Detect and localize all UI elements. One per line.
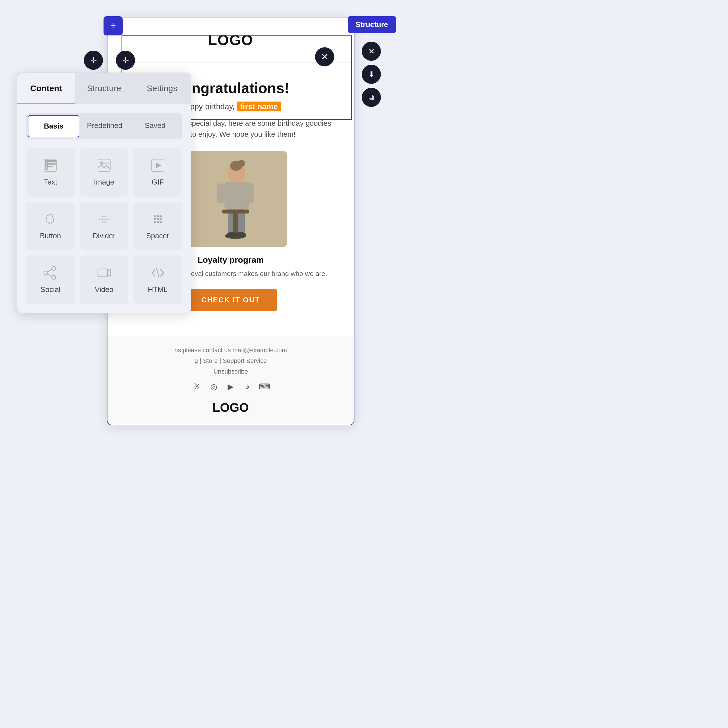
svg-rect-15 [45, 163, 56, 165]
close-icon: ✕ [321, 52, 329, 62]
svg-point-34 [52, 266, 56, 270]
gif-icon [150, 158, 165, 173]
add-section-button[interactable]: + [104, 16, 122, 35]
svg-point-27 [154, 218, 156, 220]
button-label: Button [40, 231, 61, 240]
footer-unsubscribe[interactable]: Unsubscribe [119, 368, 343, 375]
content-item-gif[interactable]: GIF [133, 148, 182, 197]
svg-rect-19 [98, 159, 110, 171]
divider-label: Divider [93, 231, 116, 240]
svg-point-32 [159, 221, 162, 223]
image-icon [97, 158, 112, 173]
svg-rect-38 [98, 269, 107, 277]
copy-icon: ⧉ [369, 93, 374, 102]
move-handle-2[interactable]: ✛ [116, 50, 135, 70]
svg-point-28 [157, 218, 159, 220]
structure-button[interactable]: Structure [348, 16, 396, 33]
divider-icon [97, 212, 112, 226]
video-icon [97, 266, 112, 280]
tab-structure[interactable]: Structure [75, 73, 133, 104]
footer-contact: ns please contact us mail@example.com [119, 347, 343, 354]
svg-point-33 [44, 271, 48, 275]
svg-rect-16 [45, 166, 53, 167]
spacer-icon [150, 212, 165, 226]
sub-tabs: Basis Predefined Saved [26, 113, 182, 139]
close-button[interactable]: ✕ [362, 41, 381, 61]
svg-rect-14 [45, 161, 56, 162]
close-icon: ✕ [368, 47, 375, 56]
content-item-button[interactable]: Button [26, 202, 75, 250]
highlight-name: first name [237, 101, 281, 112]
content-item-video[interactable]: Video [80, 255, 128, 304]
tiktok-icon[interactable]: ♪ [242, 381, 253, 392]
svg-rect-6 [246, 184, 254, 203]
svg-point-26 [159, 215, 162, 217]
download-button[interactable]: ⬇ [362, 65, 381, 84]
panel-tabs: Content Structure Settings [17, 73, 191, 104]
html-icon [150, 266, 165, 280]
text-icon [43, 158, 58, 173]
subtab-basis[interactable]: Basis [28, 115, 80, 137]
image-label: Image [94, 178, 114, 187]
html-label: HTML [148, 285, 168, 294]
svg-point-3 [237, 160, 245, 167]
text-label: Text [44, 178, 57, 187]
svg-rect-9 [222, 210, 249, 214]
button-icon [43, 212, 58, 226]
svg-marker-22 [156, 162, 161, 168]
content-panel: Content Structure Settings Basis Predefi… [17, 73, 191, 314]
footer-logo: LOGO [119, 401, 343, 414]
footer-links: g | Store | Support Service [119, 357, 343, 364]
svg-point-29 [159, 218, 162, 220]
instagram-icon[interactable]: ◎ [208, 381, 219, 392]
content-item-spacer[interactable]: Spacer [133, 202, 182, 250]
email-logo: LOGO [119, 32, 343, 48]
blue-border-right [351, 35, 352, 120]
social-icons-row: 𝕏 ◎ ▶ ♪ ⌨ [119, 381, 343, 392]
plus-icon: + [110, 20, 116, 32]
content-item-image[interactable]: Image [80, 148, 128, 197]
svg-line-37 [48, 274, 52, 276]
subtab-saved[interactable]: Saved [130, 115, 180, 137]
svg-rect-5 [217, 184, 226, 203]
youtube-icon[interactable]: ▶ [225, 381, 236, 392]
svg-point-35 [52, 275, 56, 279]
svg-point-13 [235, 232, 246, 238]
subtab-predefined[interactable]: Predefined [80, 115, 130, 137]
content-grid: Text Image GIF [26, 148, 182, 304]
twitter-icon[interactable]: 𝕏 [191, 381, 202, 392]
social-label: Social [40, 285, 61, 294]
svg-point-20 [100, 162, 104, 165]
panel-body: Basis Predefined Saved Text [17, 104, 191, 313]
email-footer: ns please contact us mail@example.com g … [107, 336, 354, 425]
video-label: Video [95, 285, 113, 294]
svg-line-39 [157, 268, 159, 277]
product-image [174, 151, 287, 247]
tab-settings[interactable]: Settings [133, 73, 191, 104]
blue-border-top [121, 35, 352, 36]
svg-point-24 [154, 215, 156, 217]
discord-icon[interactable]: ⌨ [259, 381, 270, 392]
spacer-label: Spacer [146, 231, 169, 240]
cta-button[interactable]: CHECK IT OUT [185, 289, 277, 311]
svg-line-36 [48, 269, 52, 272]
svg-point-31 [157, 221, 159, 223]
content-item-text[interactable]: Text [26, 148, 75, 197]
move-icon-2: ✛ [122, 56, 129, 65]
product-illustration [174, 151, 287, 247]
gif-label: GIF [151, 178, 164, 187]
content-item-social[interactable]: Social [26, 255, 75, 304]
download-icon: ⬇ [368, 70, 375, 79]
right-action-panel: ✕ ⬇ ⧉ [362, 41, 381, 107]
svg-point-25 [157, 215, 159, 217]
svg-point-30 [154, 221, 156, 223]
tab-content[interactable]: Content [17, 73, 75, 104]
social-icon [43, 266, 58, 280]
move-icon-1: ✛ [90, 56, 97, 65]
move-handle-1[interactable]: ✛ [84, 50, 103, 70]
email-section-close-button[interactable]: ✕ [315, 47, 334, 66]
content-item-html[interactable]: HTML [133, 255, 182, 304]
content-item-divider[interactable]: Divider [80, 202, 128, 250]
copy-button[interactable]: ⧉ [362, 88, 381, 107]
svg-rect-4 [225, 182, 249, 210]
